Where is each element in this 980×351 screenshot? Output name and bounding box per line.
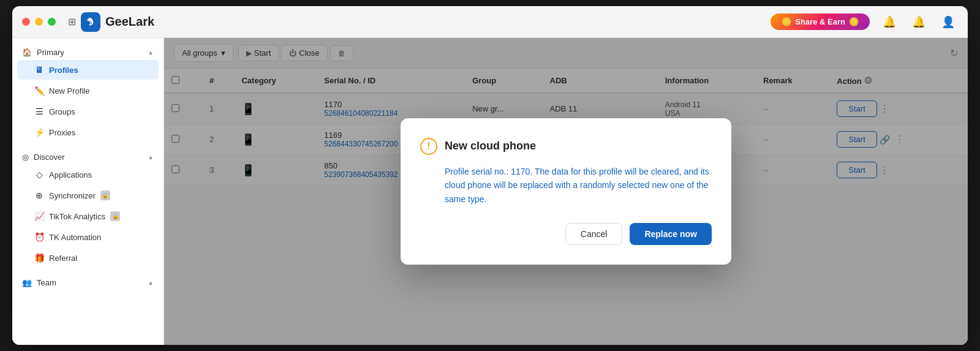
bell-icon[interactable]: 🔔: [909, 12, 929, 32]
content-area: All groups ▾ ▶ Start ⏻ Close 🗑: [164, 38, 968, 345]
modal-actions: Cancel Replace now: [420, 223, 712, 245]
traffic-lights: [22, 18, 56, 26]
team-icon: 👥: [22, 278, 32, 287]
modal-body-text: Profile serial no.: 1170. The data for t…: [445, 165, 712, 206]
user-avatar-icon[interactable]: 👤: [938, 12, 958, 32]
home-icon: 🏠: [22, 48, 32, 57]
proxies-icon: ⚡: [34, 127, 44, 137]
titlebar: ⊞ GeeLark 🪙 Share & Earn 🪙 🔔 🔔 👤: [12, 6, 968, 38]
discover-section-header[interactable]: ◎ Discover ▲: [12, 148, 164, 164]
tk-automation-icon: ⏰: [34, 232, 44, 242]
app-name: GeeLark: [105, 15, 154, 29]
team-section-header[interactable]: 👥 Team ▲: [12, 273, 164, 290]
sidebar-item-groups[interactable]: ☰ Groups: [17, 102, 159, 121]
app-logo-icon: [81, 12, 100, 32]
sidebar-item-applications[interactable]: ◇ Applications: [17, 165, 159, 184]
applications-icon: ◇: [34, 170, 44, 179]
tiktok-analytics-icon: 📈: [34, 211, 44, 221]
minimize-traffic-light[interactable]: [35, 18, 43, 26]
profiles-icon: 🖥: [34, 65, 44, 75]
primary-chevron-icon: ▲: [148, 49, 154, 56]
cancel-button[interactable]: Cancel: [565, 223, 623, 245]
share-earn-button[interactable]: 🪙 Share & Earn 🪙: [771, 13, 870, 30]
sidebar-item-synchronizer[interactable]: ⊕ Synchronizer 🔒: [17, 186, 159, 205]
modal-dialog: ! New cloud phone Profile serial no.: 11…: [401, 118, 731, 265]
new-profile-icon: ✏️: [34, 86, 44, 96]
replace-now-button[interactable]: Replace now: [630, 223, 712, 245]
synchronizer-lock-icon: 🔒: [100, 191, 110, 200]
groups-icon: ☰: [34, 107, 44, 116]
modal-title: New cloud phone: [445, 140, 536, 153]
modal-overlay: ! New cloud phone Profile serial no.: 11…: [164, 38, 968, 345]
modal-warning-icon: !: [420, 138, 437, 155]
titlebar-right: 🪙 Share & Earn 🪙 🔔 🔔 👤: [771, 12, 958, 32]
sidebar-item-profiles[interactable]: 🖥 Profiles: [17, 60, 159, 80]
maximize-traffic-light[interactable]: [48, 18, 56, 26]
sidebar-item-referral[interactable]: 🎁 Referral: [17, 248, 159, 268]
sidebar: 🏠 Primary ▲ 🖥 Profiles ✏️ New Profile ☰ …: [12, 38, 164, 345]
sidebar-item-tk-automation[interactable]: ⏰ TK Automation: [17, 227, 159, 247]
discover-icon: ◎: [22, 153, 29, 162]
referral-icon: 🎁: [34, 253, 44, 263]
sidebar-item-new-profile[interactable]: ✏️ New Profile: [17, 81, 159, 100]
team-chevron-icon: ▲: [148, 279, 154, 286]
close-traffic-light[interactable]: [22, 18, 30, 26]
notification-dot-icon[interactable]: 🔔: [880, 12, 899, 32]
sidebar-item-proxies[interactable]: ⚡ Proxies: [17, 123, 159, 142]
sidebar-toggle-icon[interactable]: ⊞: [68, 16, 76, 28]
tiktok-analytics-lock-icon: 🔒: [110, 211, 120, 221]
logo-area: GeeLark: [81, 12, 154, 32]
sidebar-item-tiktok-analytics[interactable]: 📈 TikTok Analytics 🔒: [17, 206, 159, 226]
discover-chevron-icon: ▲: [148, 154, 154, 160]
modal-title-row: ! New cloud phone: [420, 138, 712, 155]
synchronizer-icon: ⊕: [34, 191, 44, 200]
main-area: 🏠 Primary ▲ 🖥 Profiles ✏️ New Profile ☰ …: [12, 38, 968, 345]
primary-section-header[interactable]: 🏠 Primary ▲: [12, 43, 164, 59]
